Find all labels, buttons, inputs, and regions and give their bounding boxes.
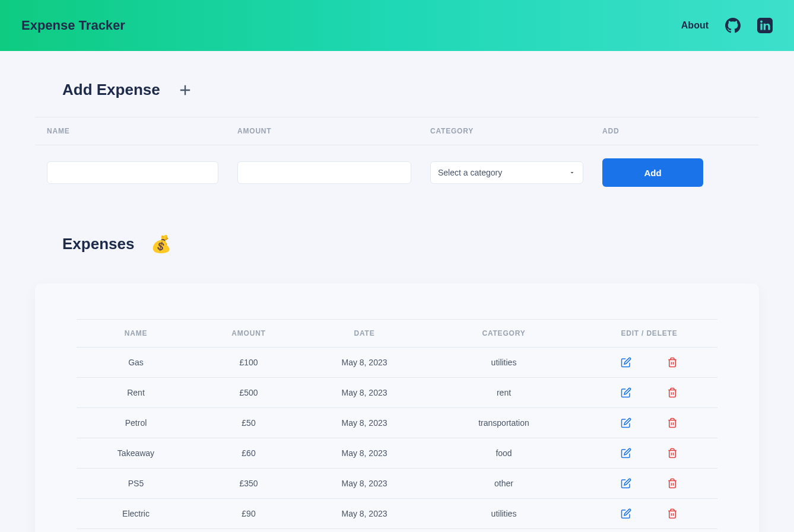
github-icon[interactable] bbox=[725, 18, 741, 33]
expense-table: NAME AMOUNT DATE CATEGORY EDIT / DELETE … bbox=[77, 319, 717, 529]
trash-icon[interactable] bbox=[667, 508, 678, 519]
expense-actions bbox=[581, 448, 717, 458]
app-header: Expense Tracker About bbox=[0, 0, 794, 51]
expense-date: May 8, 2023 bbox=[302, 448, 427, 458]
expense-rows-container: Gas£100May 8, 2023utilitiesRent£500May 8… bbox=[77, 348, 717, 529]
trash-icon[interactable] bbox=[667, 478, 678, 489]
expense-name: Petrol bbox=[77, 418, 195, 428]
brand-title: Expense Tracker bbox=[21, 18, 125, 33]
add-expense-table: NAME AMOUNT CATEGORY ADD Select a catego… bbox=[35, 117, 759, 205]
table-row: Rent£500May 8, 2023rent bbox=[77, 378, 717, 408]
col-label-category: CATEGORY bbox=[430, 127, 583, 135]
linkedin-icon[interactable] bbox=[757, 18, 773, 33]
edit-icon[interactable] bbox=[621, 448, 631, 458]
add-table-header: NAME AMOUNT CATEGORY ADD bbox=[35, 117, 759, 145]
expense-name: PS5 bbox=[77, 479, 195, 488]
table-row: Petrol£50May 8, 2023transportation bbox=[77, 408, 717, 438]
trash-icon[interactable] bbox=[667, 418, 678, 428]
expense-name: Gas bbox=[77, 358, 195, 367]
expense-col-date: DATE bbox=[302, 329, 427, 337]
expense-date: May 8, 2023 bbox=[302, 509, 427, 518]
add-expense-title: Add Expense bbox=[62, 81, 160, 99]
expense-category: other bbox=[427, 479, 581, 488]
money-bag-icon: 💰 bbox=[151, 234, 171, 254]
trash-icon[interactable] bbox=[667, 387, 678, 398]
expense-actions bbox=[581, 387, 717, 398]
edit-icon[interactable] bbox=[621, 508, 631, 519]
edit-icon[interactable] bbox=[621, 478, 631, 489]
expense-amount: £500 bbox=[195, 388, 302, 397]
expense-category: food bbox=[427, 448, 581, 458]
add-form-row: Select a category Add bbox=[35, 145, 759, 205]
expense-col-amount: AMOUNT bbox=[195, 329, 302, 337]
expense-actions bbox=[581, 508, 717, 519]
expense-category: utilities bbox=[427, 509, 581, 518]
expense-col-actions: EDIT / DELETE bbox=[581, 329, 717, 337]
expense-amount: £90 bbox=[195, 509, 302, 518]
table-row: Gas£100May 8, 2023utilities bbox=[77, 348, 717, 378]
expense-header-row: NAME AMOUNT DATE CATEGORY EDIT / DELETE bbox=[77, 319, 717, 348]
expenses-title: Expenses bbox=[62, 235, 134, 253]
expense-date: May 8, 2023 bbox=[302, 479, 427, 488]
amount-input[interactable] bbox=[237, 161, 411, 184]
expense-date: May 8, 2023 bbox=[302, 388, 427, 397]
expense-actions bbox=[581, 478, 717, 489]
table-row: PS5£350May 8, 2023other bbox=[77, 469, 717, 499]
expense-name: Rent bbox=[77, 388, 195, 397]
expense-name: Takeaway bbox=[77, 448, 195, 458]
edit-icon[interactable] bbox=[621, 387, 631, 398]
plus-icon bbox=[177, 82, 193, 98]
about-link[interactable]: About bbox=[681, 20, 709, 31]
expense-amount: £60 bbox=[195, 448, 302, 458]
col-label-add: ADD bbox=[602, 127, 749, 135]
expenses-heading: Expenses 💰 bbox=[35, 205, 759, 272]
add-button[interactable]: Add bbox=[602, 158, 703, 187]
expense-actions bbox=[581, 357, 717, 368]
col-label-name: NAME bbox=[47, 127, 218, 135]
expense-date: May 8, 2023 bbox=[302, 358, 427, 367]
expense-col-category: CATEGORY bbox=[427, 329, 581, 337]
expenses-card: NAME AMOUNT DATE CATEGORY EDIT / DELETE … bbox=[35, 283, 759, 532]
add-expense-heading: Add Expense bbox=[35, 51, 759, 117]
trash-icon[interactable] bbox=[667, 357, 678, 368]
nav-right: About bbox=[681, 18, 773, 33]
trash-icon[interactable] bbox=[667, 448, 678, 458]
expense-category: utilities bbox=[427, 358, 581, 367]
expense-amount: £350 bbox=[195, 479, 302, 488]
expense-category: rent bbox=[427, 388, 581, 397]
table-row: Takeaway£60May 8, 2023food bbox=[77, 438, 717, 469]
main-container: Add Expense NAME AMOUNT CATEGORY ADD Sel… bbox=[11, 51, 783, 532]
name-input[interactable] bbox=[47, 161, 218, 184]
category-select[interactable]: Select a category bbox=[430, 161, 583, 184]
expense-col-name: NAME bbox=[77, 329, 195, 337]
expense-amount: £100 bbox=[195, 358, 302, 367]
edit-icon[interactable] bbox=[621, 357, 631, 368]
col-label-amount: AMOUNT bbox=[237, 127, 411, 135]
expense-actions bbox=[581, 418, 717, 428]
expense-category: transportation bbox=[427, 418, 581, 428]
expense-date: May 8, 2023 bbox=[302, 418, 427, 428]
edit-icon[interactable] bbox=[621, 418, 631, 428]
expense-amount: £50 bbox=[195, 418, 302, 428]
table-row: Electric£90May 8, 2023utilities bbox=[77, 499, 717, 529]
expense-name: Electric bbox=[77, 509, 195, 518]
